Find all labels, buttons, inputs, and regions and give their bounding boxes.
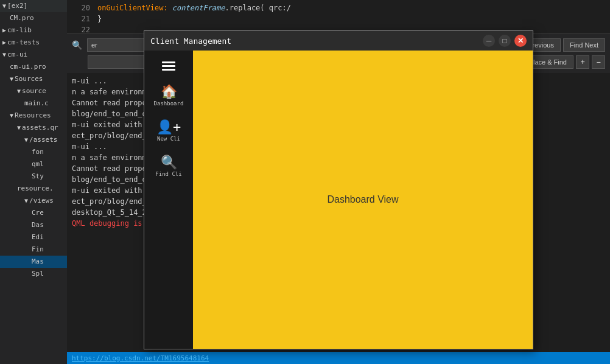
dialog-title: Client Management — [150, 37, 231, 46]
expand-arrow: ▶ — [2, 25, 6, 36]
sidebar-item-das[interactable]: Das — [0, 219, 67, 231]
expand-arrow: ▼ — [10, 110, 13, 121]
nav-label-find-client: Find Cli — [155, 171, 181, 178]
dialog-content-area: Dashboard View — [193, 51, 533, 349]
dialog-close-button[interactable]: ✕ — [514, 35, 527, 47]
nav-label-new-client: New Cli — [157, 136, 180, 142]
sidebar-item-mainc[interactable]: main.c — [0, 97, 67, 110]
hamburger-icon — [162, 60, 175, 72]
expand-arrow: ▼ — [10, 74, 13, 85]
nav-item-find-client[interactable]: 🔍 Find Cli — [144, 151, 193, 181]
nav-item-dashboard[interactable]: 🏠 Dashboard — [144, 80, 193, 111]
sidebar-item-sources[interactable]: ▼ Sources — [0, 73, 67, 85]
dashboard-view-label: Dashboard View — [327, 194, 398, 205]
sidebar-item-source[interactable]: ▼ source — [0, 85, 67, 97]
expand-arrow: ▼ — [17, 86, 21, 97]
expand-arrow: ▼ — [2, 49, 6, 60]
dialog-body: 🏠 Dashboard 👤+ New Cli 🔍 Find Cli Dashbo… — [144, 51, 533, 349]
hamburger-line — [162, 65, 175, 67]
sidebar-item-fin[interactable]: Fin — [0, 243, 67, 256]
sidebar-item-edi[interactable]: Edi — [0, 231, 67, 243]
sidebar-item-spl[interactable]: Spl — [0, 268, 67, 280]
nav-item-menu[interactable] — [144, 57, 193, 75]
sidebar-item-ex2[interactable]: ▼ [ex2] — [0, 0, 67, 12]
sidebar-item-sty[interactable]: Sty — [0, 170, 67, 183]
add-user-icon: 👤+ — [156, 119, 181, 135]
sidebar-item-cmpro[interactable]: CM.pro — [0, 12, 67, 24]
sidebar-item-fon[interactable]: fon — [0, 146, 67, 158]
sidebar-item-qml[interactable]: qml — [0, 158, 67, 170]
sidebar-item-resource[interactable]: resource. — [0, 183, 67, 195]
nav-label-dashboard: Dashboard — [154, 100, 184, 107]
sidebar-item-mas[interactable]: Mas — [0, 256, 67, 268]
sidebar-item-assetsqr[interactable]: ▼ assets.qr — [0, 122, 67, 134]
sidebar-item-assetsfolder[interactable]: ▼ /assets — [0, 134, 67, 146]
client-management-dialog: Client Management ─ □ ✕ — [144, 30, 533, 349]
file-tree: ▼ [ex2] CM.pro ▶ cm-lib ▶ cm-tests ▼ cm-… — [0, 0, 67, 364]
expand-arrow: ▼ — [24, 135, 28, 145]
sidebar-item-views[interactable]: ▼ /views — [0, 195, 67, 207]
dialog-nav: 🏠 Dashboard 👤+ New Cli 🔍 Find Cli — [144, 51, 193, 349]
sidebar-item-resources[interactable]: ▼ Resources — [0, 110, 67, 122]
hamburger-line — [162, 69, 175, 71]
sidebar-item-cmui[interactable]: ▼ cm-ui — [0, 49, 67, 61]
dialog-titlebar: Client Management ─ □ ✕ — [144, 31, 533, 51]
hamburger-line — [162, 61, 175, 63]
expand-arrow: ▶ — [2, 37, 6, 48]
nav-item-new-client[interactable]: 👤+ New Cli — [144, 116, 193, 146]
sidebar-item-cmtests[interactable]: ▶ cm-tests — [0, 37, 67, 49]
sidebar-item-cre[interactable]: Cre — [0, 207, 67, 219]
dialog-overlay: Client Management ─ □ ✕ — [67, 0, 610, 364]
sidebar-item-cmlib[interactable]: ▶ cm-lib — [0, 24, 67, 37]
expand-arrow: ▼ — [24, 195, 28, 206]
dialog-minimize-button[interactable]: ─ — [483, 35, 495, 47]
find-icon: 🔍 — [161, 155, 177, 170]
home-icon: 🏠 — [161, 84, 177, 99]
sidebar-item-cmuipro[interactable]: cm-ui.pro — [0, 61, 67, 73]
dialog-maximize-button[interactable]: □ — [499, 35, 511, 47]
expand-arrow: ▼ — [17, 122, 21, 133]
dialog-controls: ─ □ ✕ — [483, 35, 527, 47]
expand-arrow: ▼ — [2, 1, 6, 12]
